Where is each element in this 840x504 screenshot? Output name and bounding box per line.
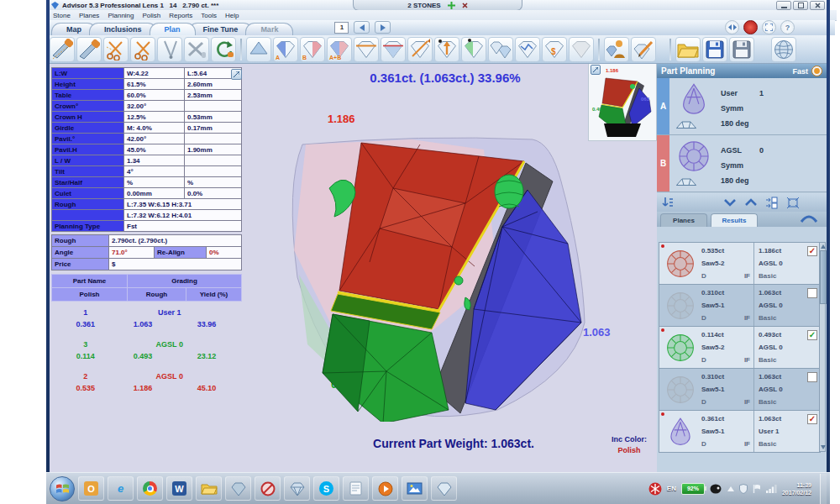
inclusion-view-icon[interactable] (461, 37, 486, 62)
taskbar-word-icon[interactable]: W (166, 476, 192, 501)
part-a-icon[interactable]: A (273, 37, 298, 62)
record-button[interactable] (743, 20, 758, 34)
girdle-plane-icon[interactable] (354, 37, 379, 62)
taskbar-media-player-icon[interactable] (372, 476, 398, 501)
fit-view-icon[interactable] (786, 197, 800, 209)
result-checkbox[interactable]: ✓ (807, 414, 817, 424)
menu-help[interactable]: Help (225, 12, 239, 19)
scroll-up-arrow[interactable] (821, 244, 826, 249)
layout-swap-button[interactable] (725, 20, 739, 34)
battery-indicator[interactable]: 92% (681, 483, 705, 495)
scissors-icon[interactable] (130, 37, 155, 62)
part-a-card[interactable]: A User 1 Symm 180 deg (657, 78, 827, 135)
collapse-table-icon[interactable] (231, 69, 242, 80)
grading-row-part-3[interactable]: 3 AGSL 0 0.114 0.493 23.12 (51, 340, 242, 362)
grading-row-part-1[interactable]: 1 User 1 0.361 1.063 33.96 (51, 308, 242, 330)
result-card-5[interactable]: 0.361ct Saw5-1 DIF 1.063ct User 1 Basic … (659, 411, 820, 452)
tray-expand-caret[interactable] (727, 486, 734, 491)
price-icon[interactable]: $ (542, 37, 567, 62)
taskbar-outlook-icon[interactable]: O (78, 476, 104, 501)
result-checkbox[interactable] (807, 372, 817, 382)
network-signal-icon[interactable] (766, 484, 777, 493)
realign-button[interactable]: Re-Align (155, 247, 207, 259)
antivirus-tray-icon[interactable] (648, 482, 662, 496)
close-stone-icon[interactable] (462, 3, 468, 8)
taskbar-diamond-app-2-icon[interactable] (431, 476, 457, 501)
pavilion-view-icon[interactable] (246, 37, 271, 62)
chevron-up-icon[interactable] (744, 198, 758, 207)
part-b-card[interactable]: B AGSL 0 Symm 180 deg (657, 135, 827, 192)
result-checkbox[interactable] (807, 288, 817, 298)
tab-inclusions[interactable]: Inclusions (89, 23, 157, 35)
result-checkbox[interactable]: ✓ (807, 246, 817, 256)
saw-icon[interactable] (76, 37, 102, 62)
tab-fine-tune[interactable]: Fine Tune (188, 23, 254, 35)
save-as-icon[interactable] (729, 37, 754, 62)
stone-3d-render[interactable] (286, 136, 588, 422)
menu-planes[interactable]: Planes (79, 12, 99, 19)
show-desktop-button[interactable] (820, 474, 827, 504)
sort-icon[interactable] (662, 197, 674, 209)
help-button[interactable]: ? (780, 20, 795, 34)
map-view-icon[interactable] (515, 37, 540, 62)
tab-mark[interactable]: Mark (245, 23, 293, 35)
clock[interactable]: 11:39 2017/02/12 (782, 481, 811, 496)
tab-results[interactable]: Results (711, 213, 758, 227)
tweezers-icon[interactable] (157, 37, 182, 62)
edit-plan-icon[interactable] (631, 37, 656, 62)
page-number-box[interactable]: 1 (334, 22, 349, 34)
web-globe-icon[interactable] (771, 37, 796, 62)
results-scrollbar[interactable] (819, 242, 826, 452)
scroll-down-arrow[interactable] (821, 445, 826, 449)
split-plane-icon[interactable] (381, 37, 406, 62)
taskbar-chrome-icon[interactable] (137, 476, 163, 501)
fullscreen-button[interactable] (762, 20, 776, 34)
scroll-thumb[interactable] (820, 250, 827, 304)
crown-angle-icon[interactable] (675, 176, 697, 187)
operator-icon[interactable] (604, 37, 629, 62)
saw-measure-icon[interactable] (50, 37, 75, 62)
ghost-stone-icon[interactable] (569, 37, 594, 62)
menu-tools[interactable]: Tools (201, 12, 217, 19)
result-card-1[interactable]: 0.535ct Saw5-2 DIF 1.186ct AGSL 0 Basic … (659, 243, 820, 285)
cross-tool-icon[interactable] (184, 37, 209, 62)
stone-thumbnail[interactable]: 1.186 0.49 063 (588, 62, 657, 141)
taskbar-skype-icon[interactable]: S (313, 476, 339, 501)
tab-planes[interactable]: Planes (660, 213, 707, 227)
taskbar-ie-icon[interactable]: e (108, 476, 134, 501)
next-page-button[interactable] (375, 21, 391, 34)
multi-select-icon[interactable] (765, 197, 779, 209)
grading-row-part-2[interactable]: 2 AGSL 0 0.535 1.186 45.10 (51, 372, 242, 394)
menu-reports[interactable]: Reports (169, 12, 192, 19)
windows-update-flag-icon[interactable] (753, 484, 761, 494)
laser-cut-icon[interactable] (103, 37, 129, 62)
menu-stone[interactable]: Stone (53, 12, 71, 19)
save-icon[interactable] (702, 37, 727, 62)
draw-plane-icon[interactable] (407, 37, 433, 62)
maximize-button[interactable] (793, 1, 808, 10)
3d-viewport[interactable]: 0.361ct. (1.063ct.) 33.96% 1.186 0.493 1… (244, 64, 657, 472)
open-folder-icon[interactable] (675, 37, 701, 62)
action-center-shield-icon[interactable] (739, 484, 748, 494)
result-card-2[interactable]: 0.310ct Saw5-1 DIF 1.063ct AGSL 0 Basic (659, 285, 820, 327)
power-tray-icon[interactable] (710, 484, 722, 494)
add-stone-icon[interactable] (448, 2, 455, 9)
menu-planning[interactable]: Planning (108, 12, 134, 19)
taskbar-blocked-tool-icon[interactable] (255, 476, 281, 501)
flip-part-icon[interactable] (434, 37, 459, 62)
minimize-button[interactable] (776, 1, 791, 10)
menu-polish[interactable]: Polish (143, 12, 161, 19)
prev-page-button[interactable] (354, 21, 370, 34)
close-button[interactable] (810, 1, 825, 10)
taskbar-explorer-icon[interactable] (196, 476, 222, 501)
start-button[interactable] (50, 476, 75, 501)
fast-mode-icon[interactable] (811, 66, 822, 76)
collapse-panel-icon[interactable] (800, 215, 818, 223)
result-checkbox[interactable]: ✓ (807, 330, 817, 340)
taskbar-diamond-app-icon[interactable] (284, 476, 310, 501)
chevron-down-icon[interactable] (723, 198, 737, 207)
taskbar-photo-viewer-icon[interactable] (402, 476, 428, 501)
part-b-icon[interactable]: B (300, 37, 325, 62)
taskbar-notes-icon[interactable] (343, 476, 369, 501)
rotate-tool-icon[interactable] (211, 37, 236, 62)
